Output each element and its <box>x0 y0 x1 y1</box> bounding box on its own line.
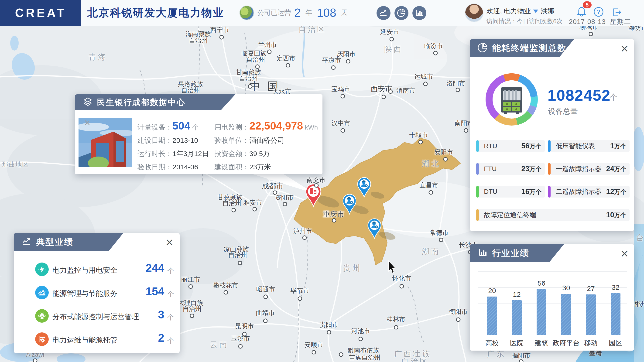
chart-gridline <box>478 335 627 335</box>
chart-category-label: 政府平台 <box>553 338 580 348</box>
popup-close-icon[interactable]: ✕ <box>84 118 91 128</box>
performance-item-unit: 个 <box>167 313 174 322</box>
help-icon[interactable]: ? <box>593 6 604 18</box>
pie-chart-icon <box>478 43 488 54</box>
map-city-label: 自治州 <box>246 56 265 64</box>
chart-bar <box>611 293 620 335</box>
industry-performance-panel: 行业业绩 ✕ 20高校12医院56建筑30政府平台27移动32园区 <box>470 244 634 350</box>
app-title: 北京科锐研发大厦电力物业 <box>87 0 224 26</box>
chart-bar <box>487 296 497 335</box>
operating-years: 2 <box>294 6 301 20</box>
map-city-dot <box>390 37 394 42</box>
map-city-label: 定西市 <box>277 54 296 62</box>
svg-text:?: ? <box>597 8 600 15</box>
map-city-dot <box>456 318 461 322</box>
popup-banner: 民生银行成都数据中心 <box>75 94 235 110</box>
map-city-label: 延安市 <box>380 28 399 36</box>
device-total-unit: 个 <box>610 92 618 103</box>
chart-bar-value: 20 <box>488 287 496 295</box>
trend-chart-button[interactable] <box>376 6 390 20</box>
logout-icon[interactable] <box>612 7 622 19</box>
performance-item-unit: 个 <box>167 290 174 299</box>
device-cabinet-icon <box>501 87 522 114</box>
map-city-label: 河池市 <box>351 327 370 335</box>
performance-item-value: 244 <box>146 262 164 274</box>
chart-category-label: 医院 <box>510 338 524 348</box>
map-city-label: 怀化市 <box>392 274 411 282</box>
map-city-label: 安顺市 <box>304 340 324 349</box>
notification-badge: 5 <box>583 2 592 8</box>
map-city-label: 贵阳市 <box>320 320 338 329</box>
chart-gridline <box>478 287 627 288</box>
map-city-dot <box>589 32 593 36</box>
map-region-label: 湖北 <box>422 158 440 169</box>
performance-item-label: 分布式能源控制与运营管理 <box>52 312 139 322</box>
legend-row: RTU56万个 <box>476 140 545 152</box>
popup-field: 建设日期：2013-10 <box>138 136 198 145</box>
energy-panel-close-icon[interactable]: ✕ <box>620 44 628 54</box>
map-city-dot <box>283 202 287 206</box>
gearpanel-icon <box>35 332 49 346</box>
map-city-dot <box>394 325 398 330</box>
operating-days-unit: 天 <box>341 8 348 18</box>
map-city-label: 渭南市 <box>396 86 416 95</box>
performance-item-unit: 个 <box>167 336 174 346</box>
map-city-dot <box>382 95 386 99</box>
performance-item-label: 电力监控与用电安全 <box>52 265 118 275</box>
popup-field: 投资金额：39.5万 <box>214 149 270 159</box>
map-city-label: 攀枝花市 <box>213 281 238 290</box>
company-logo: CREAT <box>0 0 81 26</box>
map-city-dot <box>238 344 243 349</box>
map-city-dot <box>456 88 460 92</box>
map-city-dot <box>252 207 257 212</box>
chart-bar <box>561 294 571 335</box>
industry-panel-close-icon[interactable]: ✕ <box>620 249 628 259</box>
map-city-dot <box>400 284 404 288</box>
user-avatar[interactable] <box>465 4 483 22</box>
user-menu[interactable]: 欢迎, 电力物业 洪娜 <box>486 6 554 16</box>
map-region-label: 那曲地区 <box>2 160 29 169</box>
trend-chart-icon <box>22 236 32 248</box>
map-city-label: 临汾市 <box>424 42 443 50</box>
chart-category-label: 高校 <box>485 338 499 348</box>
performance-panel-close-icon[interactable]: ✕ <box>166 238 174 248</box>
map-region-label: 贵州 <box>343 263 362 274</box>
map-city-dot <box>220 35 224 40</box>
chart-category-label: 园区 <box>609 338 622 348</box>
popup-title: 民生银行成都数据中心 <box>97 97 186 108</box>
map-city-dot <box>439 238 444 242</box>
chart-bar <box>536 289 546 335</box>
site-info-popup: 民生银行成都数据中心 ✕ 计量设备：504个用电监测：22,504,978kWh… <box>75 94 322 174</box>
pie-chart-button[interactable] <box>394 6 408 20</box>
map-city-dot <box>429 190 433 195</box>
map-city-label: 运城市 <box>414 72 433 81</box>
map-city-label: 自治州 <box>239 74 258 83</box>
legend-row: 一遥故障指示器24万个 <box>548 163 630 175</box>
bar-chart-button[interactable] <box>412 6 426 20</box>
performance-item-label: 能源管理与节能服务 <box>52 288 118 298</box>
map-city-label: 郴州 <box>634 300 644 308</box>
map-city-label: 自治州 <box>181 86 200 94</box>
map-city-dot <box>444 157 448 162</box>
chart-bar-value: 30 <box>562 284 570 292</box>
wave-icon <box>35 286 49 299</box>
map-city-dot <box>302 236 307 240</box>
map-city-label: 常德市 <box>430 228 449 237</box>
map-city-dot <box>341 94 345 98</box>
layers-icon <box>83 97 93 108</box>
map-city-label: 宜昌市 <box>420 181 438 190</box>
typical-performance-panel: 典型业绩 ✕ 电力监控与用电安全244个能源管理与节能服务154个分布式能源控制… <box>14 233 180 353</box>
chart-category-label: 移动 <box>584 338 598 348</box>
map-region-label: 自治区 <box>401 356 429 362</box>
top-header: CREAT 北京科锐研发大厦电力物业 公司已运营 2 年 108 天 欢迎, 电… <box>0 0 644 26</box>
chart-bar-value: 12 <box>513 290 520 298</box>
energy-terminal-panel: 能耗终端监测总数 ✕ 1082452 个 设备总量 RTU56万个FTU23 <box>470 39 634 231</box>
map-city-dot <box>312 350 316 354</box>
welcome-text: 欢迎, 电力物业 <box>486 6 531 16</box>
lightning-icon <box>35 262 49 276</box>
atom-icon <box>35 309 49 323</box>
map-city-dot <box>358 337 363 341</box>
chart-category-label: 建筑 <box>535 338 548 348</box>
chart-bar <box>586 294 596 335</box>
popup-field: 运行时长：1年3月12日 <box>138 149 209 159</box>
